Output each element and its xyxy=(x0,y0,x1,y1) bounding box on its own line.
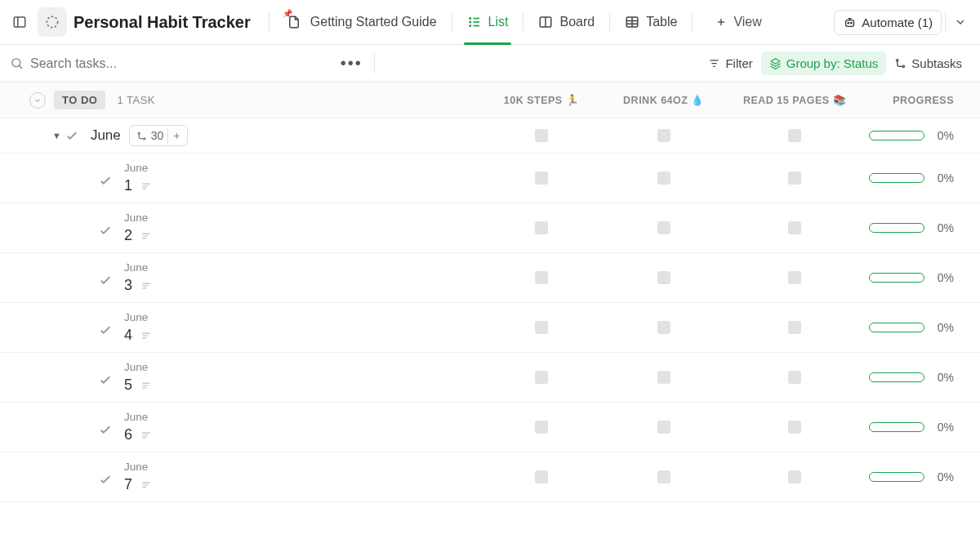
svg-rect-0 xyxy=(14,17,25,27)
check-icon[interactable] xyxy=(65,128,79,143)
description-icon[interactable] xyxy=(140,380,152,391)
check-icon[interactable] xyxy=(98,372,113,387)
checkbox-read[interactable] xyxy=(788,321,801,334)
column-header-row: TO DO 1 TASK 10K STEPS 🏃 DRINK 64OZ 💧 RE… xyxy=(0,82,980,118)
search-input[interactable] xyxy=(30,56,194,71)
column-10k-steps[interactable]: 10K STEPS 🏃 xyxy=(480,94,603,106)
parent-task-row[interactable]: ▼ June 30 + 0% xyxy=(0,118,980,154)
progress-bar xyxy=(869,223,924,233)
progress-value: 0% xyxy=(931,371,954,384)
checkbox-read[interactable] xyxy=(788,221,801,234)
checkbox-steps[interactable] xyxy=(535,129,548,142)
progress-value: 0% xyxy=(931,271,954,284)
task-month: June xyxy=(124,162,152,174)
checkbox-read[interactable] xyxy=(788,470,801,483)
collapse-group-icon[interactable] xyxy=(29,92,46,109)
checkbox-drink[interactable] xyxy=(657,172,670,185)
collapse-sidebar-button[interactable] xyxy=(8,11,31,33)
filter-button[interactable]: Filter xyxy=(700,51,760,75)
checkbox-drink[interactable] xyxy=(657,470,670,483)
checkbox-drink[interactable] xyxy=(657,129,670,142)
checkbox-read[interactable] xyxy=(788,172,801,185)
parent-task-name: June xyxy=(91,127,121,144)
check-icon[interactable] xyxy=(98,472,113,487)
tab-list[interactable]: List xyxy=(456,0,520,45)
checkbox-steps[interactable] xyxy=(535,221,548,234)
description-icon[interactable] xyxy=(140,230,152,242)
tab-table[interactable]: Table xyxy=(613,0,688,45)
checkbox-drink[interactable] xyxy=(657,221,670,234)
description-icon[interactable] xyxy=(140,479,152,491)
divider xyxy=(523,12,523,32)
task-row[interactable]: June 6 0% xyxy=(0,403,980,452)
task-month: June xyxy=(124,212,152,224)
checkbox-read[interactable] xyxy=(788,129,801,142)
description-icon[interactable] xyxy=(140,180,152,192)
checkbox-drink[interactable] xyxy=(657,271,670,284)
svg-point-3 xyxy=(470,21,471,23)
checkbox-read[interactable] xyxy=(788,421,801,434)
divider xyxy=(374,54,375,74)
automate-button[interactable]: Automate (1) xyxy=(834,10,942,35)
svg-point-8 xyxy=(848,22,849,23)
add-view-button[interactable]: View xyxy=(704,0,773,45)
more-options-button[interactable]: ••• xyxy=(332,54,371,73)
caret-down-icon[interactable]: ▼ xyxy=(52,131,61,140)
checkbox-steps[interactable] xyxy=(535,371,548,384)
checkbox-drink[interactable] xyxy=(657,421,670,434)
description-icon[interactable] xyxy=(140,330,152,341)
task-day: 2 xyxy=(124,227,132,244)
checkbox-steps[interactable] xyxy=(535,470,548,483)
check-icon[interactable] xyxy=(98,323,113,337)
checkbox-drink[interactable] xyxy=(657,321,670,334)
task-row[interactable]: June 5 0% xyxy=(0,353,980,403)
task-day: 1 xyxy=(124,177,132,194)
svg-rect-7 xyxy=(846,20,854,26)
pin-icon: 📌 xyxy=(283,9,292,18)
add-subtask-button[interactable]: + xyxy=(167,127,185,144)
task-row[interactable]: June 3 0% xyxy=(0,253,980,303)
svg-point-2 xyxy=(470,18,471,20)
check-icon[interactable] xyxy=(98,422,113,437)
filter-icon xyxy=(708,57,720,69)
description-icon[interactable] xyxy=(140,280,152,292)
progress-bar xyxy=(869,173,924,183)
checkbox-read[interactable] xyxy=(788,371,801,384)
progress-bar xyxy=(869,131,924,140)
checkbox-steps[interactable] xyxy=(535,421,548,434)
svg-point-11 xyxy=(897,60,899,62)
check-icon[interactable] xyxy=(98,223,113,238)
tab-label: Getting Started Guide xyxy=(310,15,437,29)
group-by-button[interactable]: Group by: Status xyxy=(761,51,887,75)
list-icon xyxy=(467,15,482,29)
check-icon[interactable] xyxy=(98,173,113,188)
task-row[interactable]: June 7 0% xyxy=(0,452,980,502)
task-month: June xyxy=(124,311,152,323)
column-progress[interactable]: PROGRESS xyxy=(864,95,970,106)
task-row[interactable]: June 4 0% xyxy=(0,303,980,353)
task-row[interactable]: June 2 0% xyxy=(0,203,980,253)
checkbox-steps[interactable] xyxy=(535,172,548,185)
description-icon[interactable] xyxy=(140,430,152,441)
progress-bar xyxy=(869,422,924,432)
status-chip[interactable]: TO DO xyxy=(54,91,105,109)
column-drink-64oz[interactable]: DRINK 64OZ 💧 xyxy=(603,94,725,106)
task-day: 7 xyxy=(124,476,132,493)
robot-icon xyxy=(843,16,857,29)
task-row[interactable]: June 1 0% xyxy=(0,154,980,203)
task-day: 4 xyxy=(124,327,132,344)
tab-getting-started[interactable]: 📌 Getting Started Guide xyxy=(273,0,448,45)
column-read-15-pages[interactable]: READ 15 PAGES 📚 xyxy=(725,94,864,106)
task-day: 3 xyxy=(124,277,132,294)
chevron-down-icon[interactable] xyxy=(949,11,972,33)
tab-board[interactable]: Board xyxy=(527,0,606,45)
checkbox-steps[interactable] xyxy=(535,271,548,284)
checkbox-drink[interactable] xyxy=(657,371,670,384)
automate-label: Automate (1) xyxy=(862,16,933,29)
space-icon[interactable] xyxy=(38,7,67,37)
checkbox-read[interactable] xyxy=(788,271,801,284)
subtask-count-badge[interactable]: 30 + xyxy=(129,125,188,146)
checkbox-steps[interactable] xyxy=(535,321,548,334)
check-icon[interactable] xyxy=(98,273,113,287)
subtasks-button[interactable]: Subtasks xyxy=(886,51,970,75)
